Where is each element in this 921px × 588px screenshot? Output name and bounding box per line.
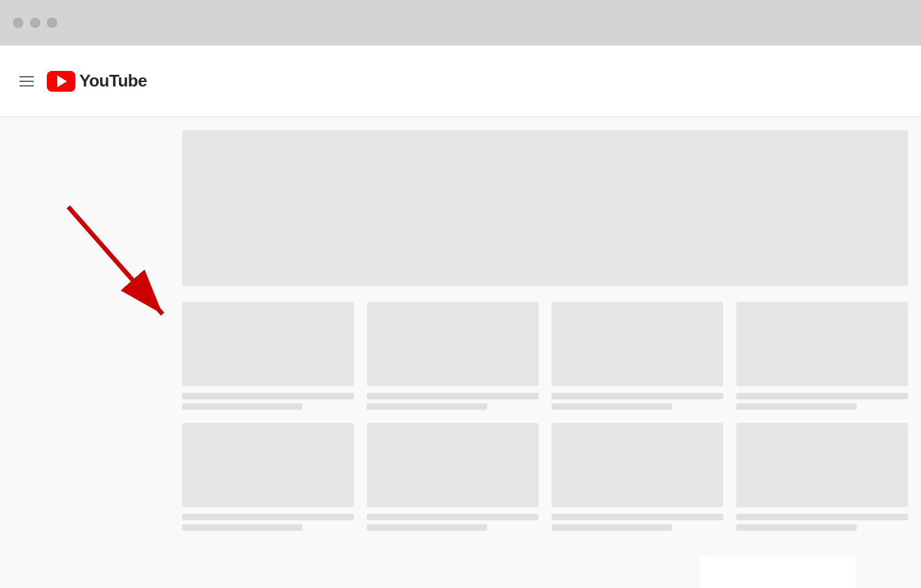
video-card-4[interactable] — [736, 302, 908, 410]
youtube-logo[interactable]: YouTube — [47, 71, 147, 92]
hamburger-line-2 — [20, 81, 34, 82]
traffic-light-minimize[interactable] — [30, 18, 40, 28]
video-meta-4 — [736, 393, 908, 410]
video-title-line-1 — [182, 393, 354, 399]
browser-tab[interactable] — [700, 555, 856, 588]
video-title-line-2 — [182, 524, 302, 531]
traffic-light-close[interactable] — [13, 18, 23, 28]
video-title-line-2 — [552, 524, 672, 531]
traffic-light-maximize[interactable] — [47, 18, 57, 28]
video-title-line-2 — [736, 524, 857, 531]
video-title-line-1 — [736, 393, 908, 399]
hamburger-line-1 — [20, 76, 34, 77]
video-title-line-2 — [736, 403, 857, 410]
video-meta-5 — [182, 514, 354, 531]
video-title-line-2 — [367, 524, 487, 531]
video-card-5[interactable] — [182, 423, 354, 531]
video-title-line-2 — [182, 403, 302, 410]
site-header: YouTube — [0, 46, 921, 117]
video-thumbnail-4 — [736, 302, 908, 386]
video-title-line-2 — [552, 403, 672, 410]
video-title-line-1 — [736, 514, 908, 520]
browser-chrome — [0, 0, 921, 46]
video-thumbnail-5 — [182, 423, 354, 507]
video-card-7[interactable] — [552, 423, 723, 531]
video-title-line-1 — [367, 393, 539, 399]
hamburger-line-3 — [20, 85, 34, 87]
video-card-1[interactable] — [182, 302, 354, 410]
hamburger-menu-button[interactable] — [20, 76, 34, 87]
youtube-wordmark: YouTube — [79, 71, 147, 91]
sidebar — [0, 117, 169, 588]
video-grid-row-1 — [182, 302, 908, 410]
video-meta-3 — [552, 393, 723, 410]
play-triangle-icon — [57, 75, 67, 87]
video-meta-7 — [552, 514, 723, 531]
video-meta-6 — [367, 514, 539, 531]
video-card-6[interactable] — [367, 423, 539, 531]
video-card-2[interactable] — [367, 302, 539, 410]
video-meta-2 — [367, 393, 539, 410]
video-title-line-1 — [552, 514, 723, 520]
video-thumbnail-6 — [367, 423, 539, 507]
video-title-line-2 — [367, 403, 487, 410]
video-meta-8 — [736, 514, 908, 531]
video-meta-1 — [182, 393, 354, 410]
video-card-8[interactable] — [736, 423, 908, 531]
video-thumbnail-7 — [552, 423, 723, 507]
video-thumbnail-8 — [736, 423, 908, 507]
hero-banner — [182, 130, 908, 286]
main-layout — [0, 117, 921, 588]
video-thumbnail-3 — [552, 302, 723, 386]
video-thumbnail-2 — [367, 302, 539, 386]
video-card-3[interactable] — [552, 302, 723, 410]
video-title-line-1 — [552, 393, 723, 399]
youtube-play-button-icon — [47, 71, 75, 92]
video-grid-row-2 — [182, 423, 908, 531]
video-title-line-1 — [367, 514, 539, 520]
main-content — [169, 117, 921, 588]
video-title-line-1 — [182, 514, 354, 520]
video-thumbnail-1 — [182, 302, 354, 386]
